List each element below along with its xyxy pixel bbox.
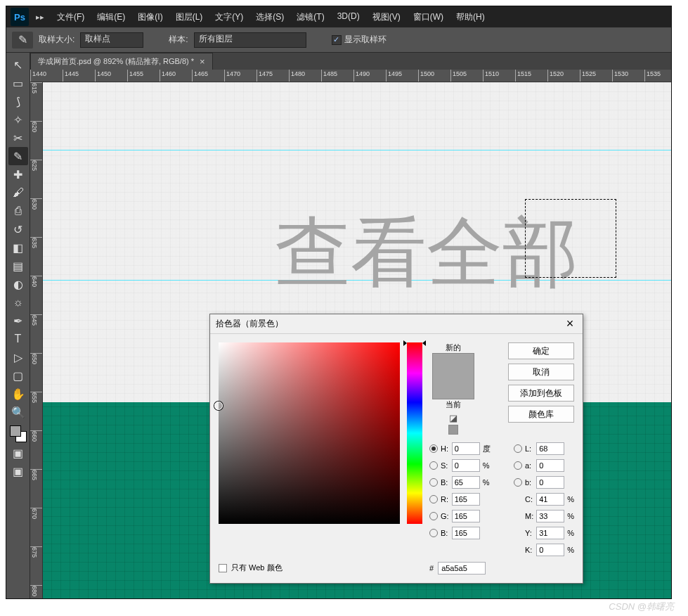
label-k: K:	[525, 546, 533, 554]
move-tool[interactable]: ↖	[8, 56, 28, 74]
dialog-title: 拾色器（前景色）	[216, 318, 283, 330]
hex-input[interactable]	[438, 562, 486, 575]
menu-item[interactable]: 文件(F)	[51, 8, 90, 26]
radio-a[interactable]	[514, 461, 522, 470]
clone-stamp-tool[interactable]: ⎙	[8, 202, 28, 220]
web-only-checkbox[interactable]: 只有 Web 颜色	[219, 563, 283, 573]
type-tool[interactable]: T	[8, 330, 28, 348]
label-s: S:	[441, 461, 449, 470]
ruler-tick: 1475	[257, 70, 273, 82]
input-h[interactable]	[452, 442, 480, 455]
fg-swatch[interactable]	[10, 425, 21, 437]
hand-tool[interactable]: ✋	[8, 385, 28, 403]
hue-thumb[interactable]	[403, 340, 426, 345]
input-y[interactable]	[536, 527, 564, 539]
ruler-tick: 630	[30, 198, 42, 210]
sample-select[interactable]: 所有图层	[194, 32, 306, 48]
close-icon[interactable]: ×	[563, 317, 577, 331]
menu-item[interactable]: 图像(I)	[132, 8, 168, 26]
label-y: Y:	[525, 529, 533, 537]
input-l[interactable]	[536, 442, 564, 455]
ruler-tick: 1510	[483, 70, 499, 82]
cancel-button[interactable]: 取消	[508, 364, 574, 380]
ruler-horizontal[interactable]: 1440144514501455146014651470147514801485…	[30, 70, 671, 82]
magic-wand-tool[interactable]: ✧	[8, 110, 28, 129]
eraser-tool[interactable]: ◧	[8, 238, 28, 257]
radio-lab-b[interactable]	[514, 478, 522, 487]
sample-size-select[interactable]: 取样点	[80, 32, 143, 48]
color-swatches[interactable]	[8, 424, 28, 444]
show-ring-checkbox[interactable]: ✓ 显示取样环	[332, 34, 387, 46]
dialog-titlebar[interactable]: 拾色器（前景色） ×	[210, 314, 583, 334]
ok-button[interactable]: 确定	[508, 342, 574, 359]
radio-g[interactable]	[429, 512, 438, 520]
history-brush-tool[interactable]: ↺	[8, 220, 28, 238]
ruler-tick: 1440	[30, 70, 46, 82]
input-lab-b[interactable]	[536, 476, 564, 489]
color-libraries-button[interactable]: 颜色库	[508, 406, 574, 423]
document-tab[interactable]: 学成网首页.psd @ 892% (精品推荐, RGB/8) * ×	[30, 53, 213, 70]
marquee-selection	[525, 199, 616, 278]
input-k[interactable]	[536, 544, 564, 556]
radio-s[interactable]	[429, 461, 438, 470]
menu-item[interactable]: 滤镜(T)	[291, 8, 330, 26]
menu-item[interactable]: 图层(L)	[170, 8, 209, 26]
menu-item[interactable]: 编辑(E)	[91, 8, 131, 26]
input-s[interactable]	[452, 459, 480, 472]
current-tool-icon[interactable]: ✎	[12, 32, 33, 49]
healing-brush-tool[interactable]: ✚	[8, 165, 28, 184]
gradient-tool[interactable]: ▤	[8, 257, 28, 275]
lab-cmyk-fields: L: a: b: C:% M:% Y:% K:%	[514, 442, 574, 556]
input-bv[interactable]	[452, 476, 480, 489]
radio-b[interactable]	[429, 529, 438, 537]
menu-item[interactable]: 窗口(W)	[408, 8, 449, 26]
gamut-warning-icon[interactable]: ◪	[449, 413, 457, 423]
websafe-swatch[interactable]	[448, 425, 458, 435]
menu-item[interactable]: 3D(D)	[332, 8, 365, 26]
saturation-value-field[interactable]	[219, 342, 400, 524]
add-to-swatches-button[interactable]: 添加到色板	[508, 385, 574, 402]
menu-item[interactable]: 文字(Y)	[209, 8, 249, 26]
blur-tool[interactable]: ◐	[8, 275, 28, 293]
menu-item[interactable]: 视图(V)	[367, 8, 406, 26]
input-a[interactable]	[536, 459, 564, 472]
hue-slider[interactable]	[407, 342, 422, 524]
radio-l[interactable]	[514, 444, 522, 453]
guide-line-1[interactable]	[43, 150, 671, 150]
edit-mode-icon[interactable]: ▣	[8, 444, 28, 462]
dodge-tool[interactable]: ☼	[8, 293, 28, 312]
ruler-tick: 1495	[386, 70, 402, 82]
input-m[interactable]	[536, 510, 564, 522]
path-select-tool[interactable]: ▷	[8, 348, 28, 366]
zoom-tool[interactable]: 🔍	[8, 403, 28, 421]
rectangle-tool[interactable]: ▢	[8, 366, 28, 385]
radio-bv[interactable]	[429, 478, 438, 487]
ruler-tick: 1535	[644, 70, 661, 82]
input-r[interactable]	[452, 493, 480, 506]
panel-toggle-icon[interactable]: ▸▸	[36, 13, 44, 22]
ruler-vertical[interactable]: 6156206256306356406456506556606656706756…	[30, 82, 43, 598]
menu-item[interactable]: 帮助(H)	[450, 8, 491, 26]
lasso-tool[interactable]: ⟆	[8, 92, 28, 110]
marquee-tool[interactable]: ▭	[8, 74, 28, 92]
crop-tool[interactable]: ✂	[8, 129, 28, 147]
unit-h: 度	[483, 444, 491, 454]
label-lab-b: b:	[525, 478, 533, 487]
radio-h[interactable]	[429, 444, 438, 453]
current-color-label: 当前	[446, 399, 461, 410]
menu-item[interactable]: 选择(S)	[250, 8, 290, 26]
input-b[interactable]	[452, 527, 480, 539]
input-c[interactable]	[536, 493, 564, 506]
screen-mode-icon[interactable]: ▣	[8, 462, 28, 480]
ruler-tick: 640	[30, 276, 42, 287]
label-m: M:	[525, 512, 533, 520]
radio-r[interactable]	[429, 495, 438, 503]
brush-tool[interactable]: 🖌	[8, 184, 28, 202]
ruler-tick: 1455	[127, 70, 143, 82]
tab-row: 学成网首页.psd @ 892% (精品推荐, RGB/8) * ×	[30, 53, 671, 70]
pen-tool[interactable]: ✒	[8, 312, 28, 330]
unit-c: %	[567, 495, 574, 503]
input-g[interactable]	[452, 510, 480, 522]
close-icon[interactable]: ×	[200, 56, 205, 67]
eyedropper-tool[interactable]: ✎	[8, 147, 28, 165]
